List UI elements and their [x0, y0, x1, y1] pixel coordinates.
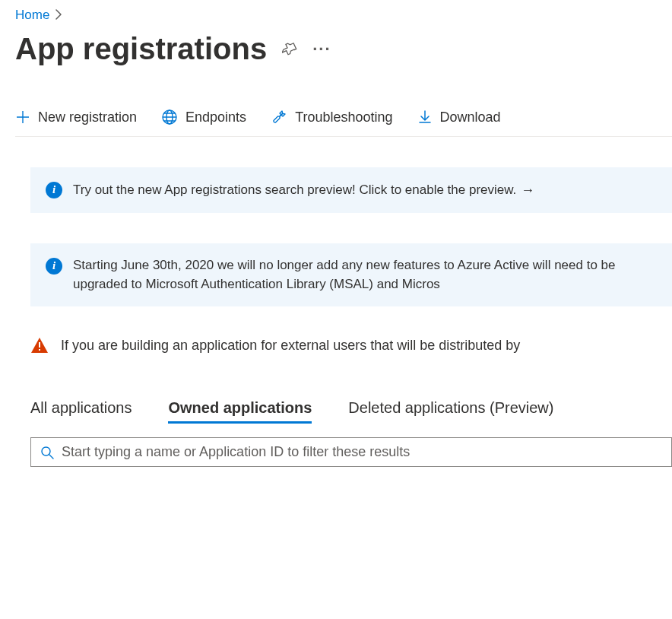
search-icon: [40, 446, 54, 459]
wrench-icon: [271, 109, 287, 125]
plus-icon: [15, 110, 30, 125]
warning-icon: [30, 337, 49, 354]
tab-all-applications[interactable]: All applications: [30, 399, 132, 424]
breadcrumb: Home: [15, 8, 672, 23]
warning-row: If you are building an application for e…: [30, 337, 672, 354]
info-banner-deprecation-text: Starting June 30th, 2020 we will no long…: [73, 256, 657, 294]
svg-rect-2: [39, 342, 40, 348]
download-button[interactable]: Download: [417, 110, 501, 125]
tab-deleted-applications[interactable]: Deleted applications (Preview): [348, 399, 553, 424]
svg-rect-3: [39, 349, 40, 351]
tabs: All applications Owned applications Dele…: [30, 399, 672, 424]
svg-point-4: [42, 447, 50, 456]
troubleshooting-label: Troubleshooting: [295, 110, 392, 125]
info-banner-preview-text: Try out the new App registrations search…: [73, 181, 516, 200]
more-icon[interactable]: ···: [312, 40, 331, 59]
troubleshooting-button[interactable]: Troubleshooting: [271, 109, 392, 125]
info-banner-deprecation: i Starting June 30th, 2020 we will no lo…: [30, 243, 672, 306]
breadcrumb-home-link[interactable]: Home: [15, 8, 49, 23]
info-banner-preview[interactable]: i Try out the new App registrations sear…: [30, 167, 672, 213]
info-icon: i: [46, 182, 62, 198]
warning-text: If you are building an application for e…: [61, 338, 520, 354]
endpoints-button[interactable]: Endpoints: [161, 109, 246, 125]
download-icon: [417, 110, 433, 125]
download-label: Download: [440, 110, 501, 125]
arrow-right-icon: →: [521, 180, 534, 200]
search-box[interactable]: [30, 437, 672, 467]
chevron-right-icon: [55, 9, 62, 22]
globe-icon: [161, 109, 178, 125]
toolbar: New registration Endpoints Troubleshooti…: [15, 104, 672, 137]
search-input[interactable]: [62, 444, 662, 460]
pin-icon[interactable]: [282, 42, 297, 57]
tab-owned-applications[interactable]: Owned applications: [168, 399, 312, 424]
page-title: App registrations: [15, 32, 267, 66]
info-icon: i: [46, 258, 62, 275]
title-row: App registrations ···: [15, 32, 672, 66]
new-registration-button[interactable]: New registration: [15, 110, 137, 125]
new-registration-label: New registration: [38, 110, 137, 125]
endpoints-label: Endpoints: [185, 110, 246, 125]
